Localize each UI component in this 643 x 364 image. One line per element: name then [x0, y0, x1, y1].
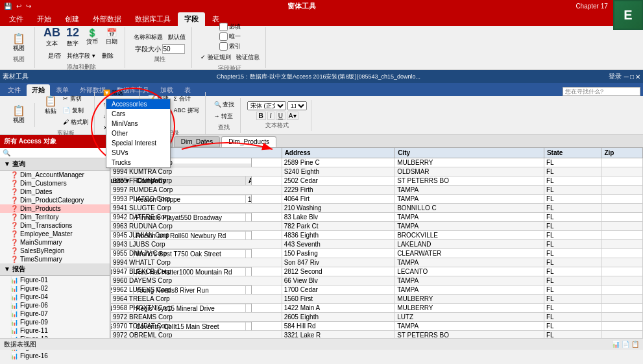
- validation-rule-btn[interactable]: ✓ 验证规则: [199, 52, 233, 63]
- table-row[interactable]: 9945 JUMIAN Corp 4836 Eighth BROCKVILLE …: [111, 231, 643, 240]
- nav-main-summary[interactable]: ❓ MainSummary: [0, 238, 110, 247]
- name-caption-btn[interactable]: 名称和标题: [132, 32, 165, 43]
- overlay-max-btn[interactable]: □: [630, 73, 634, 80]
- nav-sales-region[interactable]: ❓ SalesByRegion: [0, 247, 110, 255]
- dropdown-item-accessories[interactable]: AccessorIes: [106, 99, 170, 109]
- nav-figure-01[interactable]: 📊 Figure-01: [0, 276, 110, 284]
- table-row[interactable]: 9960 DAYEMS Corp 66 View Blv TAMPA FL: [111, 276, 643, 285]
- view-btn[interactable]: 📋 视图: [10, 32, 28, 54]
- unique-check[interactable]: [219, 32, 228, 41]
- nav-figure-06[interactable]: 📊 Figure-06: [0, 301, 110, 309]
- required-check[interactable]: [219, 23, 228, 31]
- goto-btn[interactable]: → 转至: [212, 111, 237, 122]
- excel-thumbnail[interactable]: E: [613, 0, 643, 30]
- qat-save-btn[interactable]: 💾: [3, 3, 13, 10]
- unique-label[interactable]: 唯一: [219, 32, 241, 41]
- table-row[interactable]: 9962 LUSEYS Corp 1700 Cedar TAMPA FL: [111, 285, 643, 295]
- overlay-view-btn[interactable]: 📋 视图: [10, 104, 28, 126]
- nav-dim-dates[interactable]: ❓ Dim_Dates: [0, 188, 110, 196]
- table-row[interactable]: 9972 OBREML Corp 3321 Lake R ST PETERRS …: [111, 331, 643, 339]
- number-field-btn[interactable]: 12 数字: [64, 25, 82, 49]
- cell-address: 3321 Lake R: [282, 331, 395, 339]
- overlay-cut-btn[interactable]: ✂ 剪切: [61, 93, 90, 104]
- default-value-btn[interactable]: 默认值: [166, 32, 188, 43]
- table-row[interactable]: 9955 DMAJV Corp 150 Pasling CLEARWATER F…: [111, 249, 643, 258]
- qat-redo-btn[interactable]: ↪: [25, 3, 32, 10]
- currency-btn[interactable]: 💲 货币: [83, 27, 101, 47]
- validation-msg-btn[interactable]: 验证信息: [234, 52, 261, 63]
- nav-dim-territory[interactable]: ❓ Dim_Territory: [0, 213, 110, 221]
- find-btn[interactable]: 🔍 查找: [212, 99, 237, 110]
- font-size-select[interactable]: 11: [287, 101, 307, 110]
- bold-btn[interactable]: B: [256, 112, 266, 120]
- table-row[interactable]: 9994 KUMTRA Corp S240 Eighth OLDSMAR FL: [111, 167, 643, 176]
- nav-employee-master[interactable]: ❓ Employee_Master: [0, 230, 110, 238]
- overlay-search-input[interactable]: [563, 87, 640, 96]
- table-row[interactable]: 9994 WHATLT Corp Son 847 Riv TAMPA FL: [111, 258, 643, 267]
- cell-city: TAMPA: [395, 276, 544, 285]
- nav-figure-16[interactable]: 📊 Figure-16: [0, 352, 110, 360]
- font-family-select[interactable]: 宋体 (正文): [247, 101, 286, 110]
- cell-state: FL: [544, 249, 601, 258]
- content-tab-dim-products[interactable]: Dim_Products: [221, 136, 276, 147]
- overlay-format-painter-btn[interactable]: 🖌 格式刷: [61, 117, 90, 128]
- tab-file[interactable]: 文件: [3, 12, 30, 26]
- table-row[interactable]: 9993 PLATCO Corp 4064 Firt TAMPA FL: [111, 195, 643, 204]
- overlay-copy-btn[interactable]: 📄 复制: [61, 105, 90, 116]
- dropdown-item-suvs[interactable]: SUVs: [106, 148, 170, 158]
- nav-dim-customers[interactable]: ❓ Dim_Customers: [0, 179, 110, 188]
- nav-dim-productcat[interactable]: ❓ Dim_ProductCategory: [0, 196, 110, 204]
- table-row[interactable]: 9963 RUDUNA Corp 782 Park Ct TAMPA FL: [111, 222, 643, 231]
- dropdown-item-special[interactable]: Special Interest: [106, 138, 170, 148]
- nav-figure-02[interactable]: 📊 Figure-02: [0, 284, 110, 293]
- nav-dim-transactions[interactable]: ❓ Dim_Transactions: [0, 221, 110, 230]
- overlay-min-btn[interactable]: ─: [624, 73, 629, 80]
- font-color-btn[interactable]: A▾: [287, 112, 298, 120]
- table-row[interactable]: 9988 WALRUS Corp 2589 Pine C MULBERRY FL: [111, 158, 643, 167]
- nav-dim-products[interactable]: ❓ Dim_Products: [0, 204, 110, 213]
- more-fields-btn[interactable]: 其他字段 ▾: [65, 51, 97, 62]
- indexed-label[interactable]: 索引: [219, 42, 241, 51]
- table-row[interactable]: 9968 PHOXTN Corp 1422 Main A MULBERRY FL: [111, 304, 643, 313]
- dropdown-item-cars[interactable]: Cars: [106, 109, 170, 119]
- field-size-input[interactable]: [162, 44, 185, 54]
- qat-undo-btn[interactable]: ↩: [15, 3, 23, 10]
- table-row[interactable]: 9942 DATFRS Corp 83 Lake Blv TAMPA FL: [111, 213, 643, 222]
- date-btn[interactable]: 📅 日期: [103, 27, 121, 47]
- dropdown-item-minivans[interactable]: MiniVans: [106, 119, 170, 128]
- table-row[interactable]: 9970 TOMPAT Corp 584 Hill Rd TAMPA FL: [111, 322, 643, 331]
- overlay-close-btn[interactable]: ✕: [635, 73, 640, 80]
- overlay-filter-btn[interactable]: 🔽 筛选: [101, 88, 136, 99]
- yes-no-btn[interactable]: 是/否: [45, 51, 64, 62]
- overlay-paste-btn[interactable]: 📋 粘贴: [42, 93, 60, 128]
- table-row[interactable]: 9941 SLUGTE Corp 210 Washing BONNILLO C …: [111, 204, 643, 213]
- content-tab-dim-dates[interactable]: Dim_Dates: [174, 136, 220, 147]
- table-row[interactable]: 9997 RUMDEA Corp 2229 Firth TAMPA FL: [111, 186, 643, 195]
- delete-field-btn[interactable]: 删除: [99, 51, 117, 62]
- indexed-check[interactable]: [219, 42, 228, 51]
- text-field-btn[interactable]: AB 文本: [42, 25, 62, 49]
- nav-time-summary[interactable]: ❓ TimeSummary: [0, 255, 110, 263]
- tab-db-tools[interactable]: 数据库工具: [128, 12, 177, 26]
- nav-figure-09[interactable]: 📊 Figure-09: [0, 318, 110, 326]
- dropdown-item-trucks[interactable]: Trucks: [106, 158, 170, 167]
- table-row[interactable]: 9972 BREAMS Corp 2605 Eighth LUTZ FL: [111, 313, 643, 322]
- italic-btn[interactable]: I: [267, 112, 274, 120]
- table-row[interactable]: 9943 LJUBS Corp 443 Seventh LAKELAND FL: [111, 240, 643, 249]
- table-row[interactable]: 9947 BLEKCD Corp 2812 Second LECANTO FL: [111, 267, 643, 276]
- nav-figure-11[interactable]: 📊 Figure-11: [0, 326, 110, 335]
- reports-section[interactable]: ▼ 报告: [0, 263, 110, 276]
- table-row[interactable]: 9964 TREELA Corp 1560 First MULBERRY FL: [111, 295, 643, 304]
- nav-figure-04[interactable]: 📊 Figure-04: [0, 293, 110, 301]
- overlay-tab-file[interactable]: 文件: [3, 84, 26, 96]
- nav-figure-07[interactable]: 📊 Figure-07: [0, 309, 110, 318]
- nav-dim-account[interactable]: ❓ Dim_AccountManager: [0, 171, 110, 179]
- tab-fields[interactable]: 字段: [178, 12, 205, 26]
- table-row[interactable]: 9985 FROUHA Corp 2502 Cedar ST PETERRS B…: [111, 176, 643, 186]
- underline-btn[interactable]: U: [276, 112, 285, 120]
- sum-btn[interactable]: Σ 合计: [172, 93, 201, 104]
- dropdown-item-other[interactable]: Other: [106, 128, 170, 138]
- spell-btn[interactable]: ABC 拼写: [172, 105, 201, 116]
- required-label[interactable]: 必填: [219, 23, 241, 31]
- queries-section[interactable]: ▼ 查询: [0, 158, 110, 171]
